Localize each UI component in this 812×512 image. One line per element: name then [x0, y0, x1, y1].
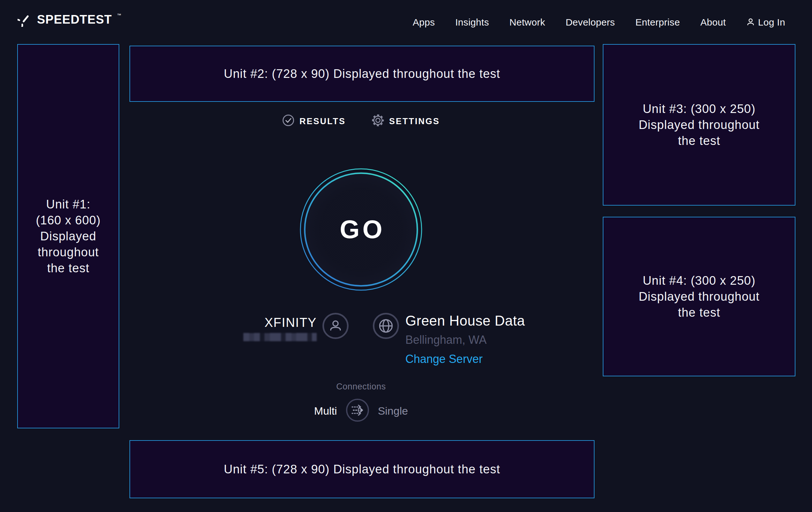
- connection-info-row: XFINITY █▓█░▓██▒█▓██▒█ Green House Data …: [119, 313, 603, 366]
- speedtest-gauge-icon: [18, 12, 32, 28]
- check-circle-icon: [282, 114, 294, 129]
- login-button[interactable]: Log In: [746, 17, 785, 28]
- ad-line: Unit #2: (728 x 90) Displayed throughout…: [224, 66, 500, 82]
- nav-item-apps[interactable]: Apps: [413, 17, 435, 28]
- connections-multi-option[interactable]: Multi: [314, 405, 337, 417]
- server-info: Green House Data Bellingham, WA Change S…: [405, 313, 539, 366]
- nav-item-about[interactable]: About: [700, 17, 726, 28]
- ad-line: Unit #3: (300 x 250): [643, 101, 756, 117]
- ad-line: Displayed: [40, 228, 96, 244]
- nav-item-enterprise[interactable]: Enterprise: [635, 17, 680, 28]
- connections-toggle-icon[interactable]: [345, 398, 370, 424]
- ad-line: the test: [678, 133, 721, 149]
- ad-unit-5: Unit #5: (728 x 90) Displayed throughout…: [129, 440, 594, 498]
- connections-toggle-row: Multi Single: [119, 398, 603, 424]
- logo-wordmark: SPEEDTEST: [37, 12, 112, 27]
- user-icon: [746, 18, 755, 27]
- change-server-link[interactable]: Change Server: [405, 352, 483, 366]
- ad-line: the test: [47, 260, 90, 276]
- ad-line: Unit #1:: [46, 196, 91, 212]
- tab-results-label: RESULTS: [299, 116, 346, 127]
- nav-item-developers[interactable]: Developers: [566, 17, 615, 28]
- isp-details-censored: █▓█░▓██▒█▓██▒█: [243, 333, 317, 341]
- speedtest-logo[interactable]: SPEEDTEST ™: [18, 12, 121, 28]
- ad-line: throughout: [38, 244, 99, 260]
- isp-name: XFINITY: [183, 315, 317, 330]
- ad-unit-3: Unit #3: (300 x 250) Displayed throughou…: [603, 44, 795, 206]
- ad-unit-1: Unit #1: (160 x 600) Displayed throughou…: [17, 44, 119, 428]
- ad-line: the test: [678, 304, 721, 321]
- result-settings-tabs: RESULTS SETTINGS: [119, 114, 603, 129]
- isp-info: XFINITY █▓█░▓██▒█▓██▒█: [183, 313, 317, 343]
- ad-line: Displayed throughout: [638, 289, 759, 304]
- speedtest-page: SPEEDTEST ™ Apps Insights Network Develo…: [0, 0, 812, 512]
- go-label: GO: [298, 167, 424, 292]
- trademark-mark: ™: [117, 13, 121, 18]
- tab-results[interactable]: RESULTS: [282, 114, 346, 129]
- connections-single-option[interactable]: Single: [378, 405, 408, 417]
- server-globe-icon: [373, 313, 399, 339]
- connections-section: Connections Multi Single: [119, 382, 603, 424]
- gear-icon: [372, 114, 384, 129]
- nav-item-insights[interactable]: Insights: [455, 17, 489, 28]
- ad-line: Unit #5: (728 x 90) Displayed throughout…: [224, 461, 500, 477]
- ad-unit-2: Unit #2: (728 x 90) Displayed throughout…: [129, 46, 594, 102]
- server-location: Bellingham, WA: [405, 333, 539, 347]
- ad-line: Unit #4: (300 x 250): [643, 273, 756, 289]
- tab-settings-label: SETTINGS: [389, 116, 440, 127]
- go-button[interactable]: GO: [298, 167, 424, 292]
- ad-line: (160 x 600): [36, 212, 100, 228]
- server-name: Green House Data: [405, 313, 539, 329]
- main-nav: Apps Insights Network Developers Enterpr…: [413, 0, 785, 45]
- tab-settings[interactable]: SETTINGS: [372, 114, 440, 129]
- ad-unit-4: Unit #4: (300 x 250) Displayed throughou…: [603, 217, 795, 376]
- login-label: Log In: [758, 17, 785, 28]
- nav-item-network[interactable]: Network: [509, 17, 545, 28]
- connections-label: Connections: [119, 382, 603, 392]
- isp-user-icon: [322, 313, 349, 339]
- ad-line: Displayed throughout: [638, 117, 759, 133]
